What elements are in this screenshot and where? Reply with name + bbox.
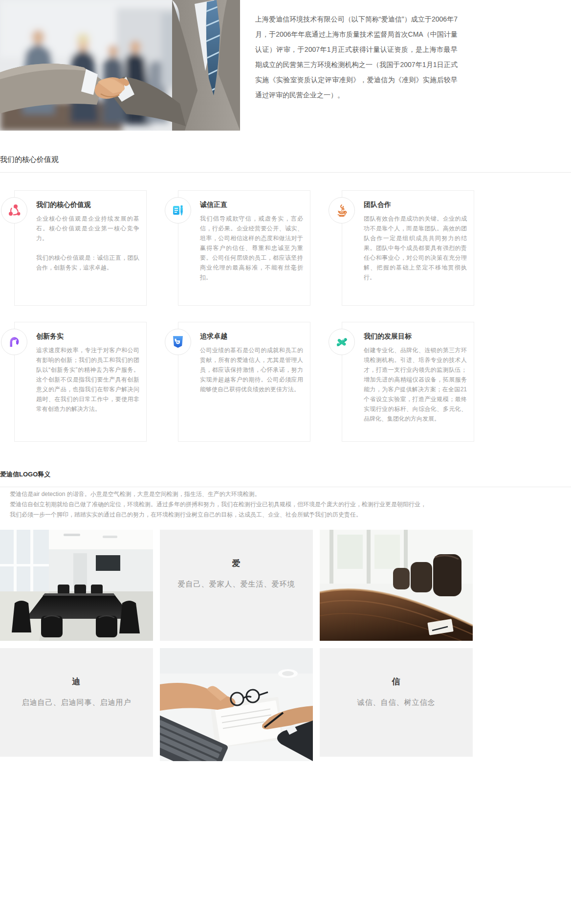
core-values-section-title: 我们的核心价值观 — [0, 155, 59, 164]
card-body: 追求速度和效率，专注于对客户和公司有影响的创新；我们的员工和我们的团队以“创新务… — [36, 345, 139, 414]
card-title: 追求卓越 — [200, 332, 303, 341]
pencil-ruler-icon — [335, 336, 348, 348]
card-body: 团队有效合作是成功的关键。企业的成功不是靠个人，而是靠团队。高效的团队合作一定是… — [364, 214, 467, 282]
value-card-excellence: 追求卓越 公司业绩的基石是公司的成就和员工的贡献，所有的爱迪信人，尤其是管理人员… — [178, 322, 310, 442]
value-card-core-values: 我们的核心价值观 企业核心价值观是企业持续发展的基石。核心价值观是企业第一核心竞… — [14, 190, 147, 306]
card-body: 我们倡导戒欺守信，戒虚务实，言必信，行必果。企业经营要公开、诚实、坦率，公司相信… — [200, 214, 303, 282]
notebook-pencil-icon — [172, 204, 184, 217]
card-icon-badge — [165, 197, 191, 224]
card-icon-badge — [165, 329, 191, 355]
meeting-room-illustration — [0, 530, 153, 641]
java-cup-icon — [335, 204, 348, 217]
card-body: 创建专业化、品牌化、连锁的第三方环境检测机构。引进、培养专业的技术人才，打造一支… — [364, 345, 467, 424]
card-body: 企业核心价值观是企业持续发展的基石。核心价值观是企业第一核心竞争力。 我们的核心… — [36, 214, 139, 272]
card-title: 团队合作 — [364, 201, 467, 209]
brand-block-title: 爱 — [160, 558, 313, 569]
share-nodes-icon — [8, 204, 21, 217]
card-title: 创新务实 — [36, 332, 139, 341]
card-title: 我们的发展目标 — [364, 332, 467, 341]
brand-block-title: 迪 — [0, 676, 153, 687]
card-paragraph: 我们的核心价值观是：诚信正直，团队合作，创新务实，追求卓越。 — [36, 253, 139, 272]
brand-block-title: 信 — [320, 676, 473, 687]
card-body: 公司业绩的基石是公司的成就和员工的贡献，所有的爱迪信人，尤其是管理人员，都应该保… — [200, 345, 303, 394]
logo-meaning-section-title: 爱迪信LOGO释义 — [0, 470, 50, 479]
card-paragraph: 团队有效合作是成功的关键。企业的成功不是靠个人，而是靠团队。高效的团队合作一定是… — [364, 214, 467, 282]
card-paragraph: 我们倡导戒欺守信，戒虚务实，言必信，行必果。企业经营要公开、诚实、坦率，公司相信… — [200, 214, 303, 282]
conference-table-illustration — [320, 530, 473, 641]
card-paragraph: 企业核心价值观是企业持续发展的基石。核心价值观是企业第一核心竞争力。 — [36, 214, 139, 243]
meeting-room-photo — [0, 530, 153, 641]
brand-block-love: 爱 爱自己、爱家人、爱生活、爱环境 — [160, 530, 313, 641]
value-card-development-goals: 我们的发展目标 创建专业化、品牌化、连锁的第三方环境检测机构。引进、培养专业的技… — [342, 322, 474, 442]
card-paragraph: 追求速度和效率，专注于对客户和公司有影响的创新；我们的员工和我们的团队以“创新务… — [36, 345, 139, 414]
card-icon-badge — [1, 197, 27, 224]
value-card-teamwork: 团队合作 团队有效合作是成功的关键。企业的成功不是靠个人，而是靠团队。高效的团队… — [342, 190, 474, 306]
brand-block-subtitle: 启迪自己、启迪同事、启迪用户 — [0, 698, 153, 707]
logo-meaning-paragraph: 爱迪信是air detection 的谐音。小意是空气检测，大意是空间检测，指生… — [10, 489, 450, 520]
brand-block-enlighten: 迪 启迪自己、启迪同事、启迪用户 — [0, 648, 153, 757]
business-meeting-hands-photo — [160, 648, 313, 761]
card-icon-badge — [329, 329, 355, 355]
section-divider — [0, 487, 571, 487]
elephant-icon — [8, 336, 21, 348]
brand-block-subtitle: 诚信、自信、树立信念 — [320, 698, 473, 707]
section-divider — [0, 172, 571, 173]
conference-table-photo — [320, 530, 473, 641]
card-paragraph: 公司业绩的基石是公司的成就和员工的贡献，所有的爱迪信人，尤其是管理人员，都应该保… — [200, 345, 303, 394]
brand-block-trust: 信 诚信、自信、树立信念 — [320, 648, 473, 757]
html5-shield-icon — [172, 336, 184, 348]
value-card-integrity: 诚信正直 我们倡导戒欺守信，戒虚务实，言必信，行必果。企业经营要公开、诚实、坦率… — [178, 190, 310, 306]
card-icon-badge — [1, 329, 27, 355]
business-hands-illustration — [160, 648, 313, 761]
card-paragraph: 创建专业化、品牌化、连锁的第三方环境检测机构。引进、培养专业的技术人才，打造一支… — [364, 345, 467, 424]
logo-meaning-line: 爱迪信是air detection 的谐音。小意是空气检测，大意是空间检测，指生… — [10, 489, 450, 499]
company-intro-paragraph: 上海爱迪信环境技术有限公司（以下简称“爱迪信”）成立于2006年7月，于2006… — [255, 12, 458, 103]
card-icon-badge — [329, 197, 355, 224]
logo-meaning-line: 爱迪信自创立初期就给自己做了准确的定位，环境检测。通过多年的拼搏和努力，我们在检… — [10, 499, 450, 510]
brand-block-subtitle: 爱自己、爱家人、爱生活、爱环境 — [160, 580, 313, 589]
card-title: 诚信正直 — [200, 201, 303, 209]
value-card-innovation: 创新务实 追求速度和效率，专注于对客户和公司有影响的创新；我们的员工和我们的团队… — [14, 322, 147, 442]
card-title: 我们的核心价值观 — [36, 201, 139, 209]
logo-meaning-line: 我们必须一步一个脚印，踏踏实实的通过自己的努力，在环境检测行业树立自己的目标，达… — [10, 510, 450, 520]
handshake-photo-illustration — [0, 0, 240, 131]
handshake-hero-photo — [0, 0, 240, 131]
